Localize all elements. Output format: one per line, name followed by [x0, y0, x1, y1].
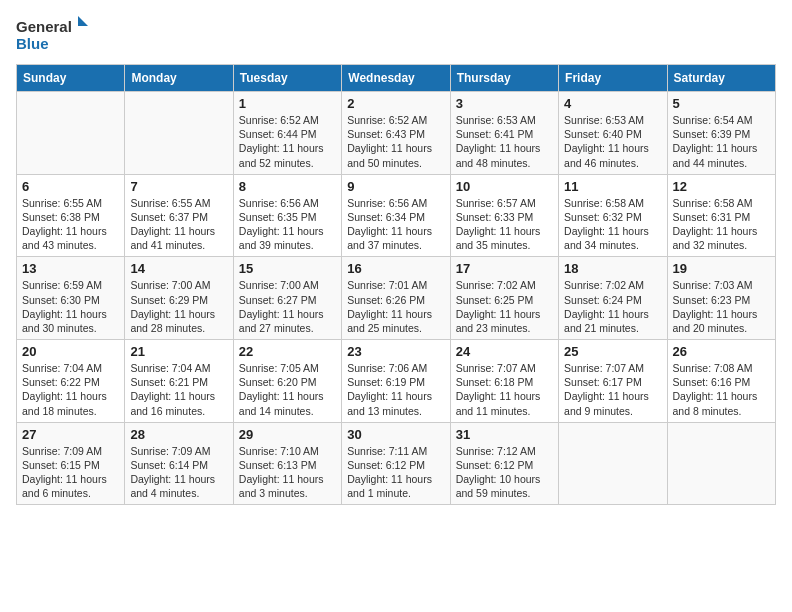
day-number: 3	[456, 96, 553, 111]
day-info: Sunrise: 7:08 AM Sunset: 6:16 PM Dayligh…	[673, 361, 770, 418]
day-number: 21	[130, 344, 227, 359]
day-info: Sunrise: 7:09 AM Sunset: 6:14 PM Dayligh…	[130, 444, 227, 501]
day-number: 28	[130, 427, 227, 442]
logo: General Blue	[16, 16, 96, 56]
day-info: Sunrise: 7:04 AM Sunset: 6:21 PM Dayligh…	[130, 361, 227, 418]
day-number: 2	[347, 96, 444, 111]
day-number: 4	[564, 96, 661, 111]
col-header-monday: Monday	[125, 65, 233, 92]
calendar-cell: 18Sunrise: 7:02 AM Sunset: 6:24 PM Dayli…	[559, 257, 667, 340]
day-info: Sunrise: 6:55 AM Sunset: 6:37 PM Dayligh…	[130, 196, 227, 253]
calendar-cell: 27Sunrise: 7:09 AM Sunset: 6:15 PM Dayli…	[17, 422, 125, 505]
calendar-cell: 16Sunrise: 7:01 AM Sunset: 6:26 PM Dayli…	[342, 257, 450, 340]
calendar-cell: 28Sunrise: 7:09 AM Sunset: 6:14 PM Dayli…	[125, 422, 233, 505]
calendar-cell: 25Sunrise: 7:07 AM Sunset: 6:17 PM Dayli…	[559, 340, 667, 423]
calendar-cell: 12Sunrise: 6:58 AM Sunset: 6:31 PM Dayli…	[667, 174, 775, 257]
day-info: Sunrise: 7:05 AM Sunset: 6:20 PM Dayligh…	[239, 361, 336, 418]
day-number: 20	[22, 344, 119, 359]
day-number: 22	[239, 344, 336, 359]
calendar-cell: 24Sunrise: 7:07 AM Sunset: 6:18 PM Dayli…	[450, 340, 558, 423]
day-info: Sunrise: 7:11 AM Sunset: 6:12 PM Dayligh…	[347, 444, 444, 501]
col-header-friday: Friday	[559, 65, 667, 92]
day-number: 27	[22, 427, 119, 442]
col-header-wednesday: Wednesday	[342, 65, 450, 92]
day-number: 17	[456, 261, 553, 276]
day-info: Sunrise: 7:00 AM Sunset: 6:27 PM Dayligh…	[239, 278, 336, 335]
day-info: Sunrise: 7:07 AM Sunset: 6:17 PM Dayligh…	[564, 361, 661, 418]
calendar-cell	[125, 92, 233, 175]
calendar-cell: 3Sunrise: 6:53 AM Sunset: 6:41 PM Daylig…	[450, 92, 558, 175]
calendar-cell	[667, 422, 775, 505]
day-info: Sunrise: 6:53 AM Sunset: 6:40 PM Dayligh…	[564, 113, 661, 170]
svg-text:Blue: Blue	[16, 35, 49, 52]
calendar-cell: 30Sunrise: 7:11 AM Sunset: 6:12 PM Dayli…	[342, 422, 450, 505]
day-number: 11	[564, 179, 661, 194]
day-number: 5	[673, 96, 770, 111]
day-info: Sunrise: 6:58 AM Sunset: 6:32 PM Dayligh…	[564, 196, 661, 253]
day-info: Sunrise: 7:03 AM Sunset: 6:23 PM Dayligh…	[673, 278, 770, 335]
day-number: 9	[347, 179, 444, 194]
week-row-3: 13Sunrise: 6:59 AM Sunset: 6:30 PM Dayli…	[17, 257, 776, 340]
calendar-cell: 29Sunrise: 7:10 AM Sunset: 6:13 PM Dayli…	[233, 422, 341, 505]
day-info: Sunrise: 7:12 AM Sunset: 6:12 PM Dayligh…	[456, 444, 553, 501]
day-number: 29	[239, 427, 336, 442]
day-info: Sunrise: 6:52 AM Sunset: 6:43 PM Dayligh…	[347, 113, 444, 170]
day-info: Sunrise: 7:10 AM Sunset: 6:13 PM Dayligh…	[239, 444, 336, 501]
calendar-cell: 22Sunrise: 7:05 AM Sunset: 6:20 PM Dayli…	[233, 340, 341, 423]
calendar-cell: 6Sunrise: 6:55 AM Sunset: 6:38 PM Daylig…	[17, 174, 125, 257]
calendar-cell: 10Sunrise: 6:57 AM Sunset: 6:33 PM Dayli…	[450, 174, 558, 257]
calendar-cell: 17Sunrise: 7:02 AM Sunset: 6:25 PM Dayli…	[450, 257, 558, 340]
day-info: Sunrise: 7:01 AM Sunset: 6:26 PM Dayligh…	[347, 278, 444, 335]
day-number: 30	[347, 427, 444, 442]
day-number: 15	[239, 261, 336, 276]
day-info: Sunrise: 6:56 AM Sunset: 6:34 PM Dayligh…	[347, 196, 444, 253]
svg-marker-2	[78, 16, 88, 26]
day-info: Sunrise: 6:52 AM Sunset: 6:44 PM Dayligh…	[239, 113, 336, 170]
calendar-cell: 15Sunrise: 7:00 AM Sunset: 6:27 PM Dayli…	[233, 257, 341, 340]
col-header-tuesday: Tuesday	[233, 65, 341, 92]
calendar-cell	[17, 92, 125, 175]
calendar-cell: 26Sunrise: 7:08 AM Sunset: 6:16 PM Dayli…	[667, 340, 775, 423]
day-info: Sunrise: 6:59 AM Sunset: 6:30 PM Dayligh…	[22, 278, 119, 335]
calendar-cell: 21Sunrise: 7:04 AM Sunset: 6:21 PM Dayli…	[125, 340, 233, 423]
day-info: Sunrise: 6:54 AM Sunset: 6:39 PM Dayligh…	[673, 113, 770, 170]
day-number: 1	[239, 96, 336, 111]
day-number: 14	[130, 261, 227, 276]
week-row-5: 27Sunrise: 7:09 AM Sunset: 6:15 PM Dayli…	[17, 422, 776, 505]
calendar-cell: 9Sunrise: 6:56 AM Sunset: 6:34 PM Daylig…	[342, 174, 450, 257]
calendar-cell: 19Sunrise: 7:03 AM Sunset: 6:23 PM Dayli…	[667, 257, 775, 340]
calendar-cell: 14Sunrise: 7:00 AM Sunset: 6:29 PM Dayli…	[125, 257, 233, 340]
day-number: 7	[130, 179, 227, 194]
day-info: Sunrise: 7:04 AM Sunset: 6:22 PM Dayligh…	[22, 361, 119, 418]
day-number: 19	[673, 261, 770, 276]
day-number: 12	[673, 179, 770, 194]
day-number: 31	[456, 427, 553, 442]
svg-text:General: General	[16, 18, 72, 35]
calendar-cell: 11Sunrise: 6:58 AM Sunset: 6:32 PM Dayli…	[559, 174, 667, 257]
calendar-cell: 2Sunrise: 6:52 AM Sunset: 6:43 PM Daylig…	[342, 92, 450, 175]
week-row-4: 20Sunrise: 7:04 AM Sunset: 6:22 PM Dayli…	[17, 340, 776, 423]
calendar-cell: 7Sunrise: 6:55 AM Sunset: 6:37 PM Daylig…	[125, 174, 233, 257]
day-info: Sunrise: 7:02 AM Sunset: 6:25 PM Dayligh…	[456, 278, 553, 335]
day-number: 16	[347, 261, 444, 276]
day-number: 25	[564, 344, 661, 359]
calendar-cell	[559, 422, 667, 505]
day-number: 8	[239, 179, 336, 194]
calendar-cell: 1Sunrise: 6:52 AM Sunset: 6:44 PM Daylig…	[233, 92, 341, 175]
week-row-1: 1Sunrise: 6:52 AM Sunset: 6:44 PM Daylig…	[17, 92, 776, 175]
day-info: Sunrise: 7:09 AM Sunset: 6:15 PM Dayligh…	[22, 444, 119, 501]
logo-svg: General Blue	[16, 16, 96, 56]
day-info: Sunrise: 6:57 AM Sunset: 6:33 PM Dayligh…	[456, 196, 553, 253]
calendar-cell: 4Sunrise: 6:53 AM Sunset: 6:40 PM Daylig…	[559, 92, 667, 175]
calendar-cell: 31Sunrise: 7:12 AM Sunset: 6:12 PM Dayli…	[450, 422, 558, 505]
page-header: General Blue	[16, 16, 776, 56]
day-info: Sunrise: 6:56 AM Sunset: 6:35 PM Dayligh…	[239, 196, 336, 253]
day-info: Sunrise: 7:06 AM Sunset: 6:19 PM Dayligh…	[347, 361, 444, 418]
day-info: Sunrise: 7:02 AM Sunset: 6:24 PM Dayligh…	[564, 278, 661, 335]
col-header-thursday: Thursday	[450, 65, 558, 92]
week-row-2: 6Sunrise: 6:55 AM Sunset: 6:38 PM Daylig…	[17, 174, 776, 257]
day-number: 24	[456, 344, 553, 359]
day-info: Sunrise: 6:55 AM Sunset: 6:38 PM Dayligh…	[22, 196, 119, 253]
calendar-cell: 13Sunrise: 6:59 AM Sunset: 6:30 PM Dayli…	[17, 257, 125, 340]
calendar-cell: 20Sunrise: 7:04 AM Sunset: 6:22 PM Dayli…	[17, 340, 125, 423]
